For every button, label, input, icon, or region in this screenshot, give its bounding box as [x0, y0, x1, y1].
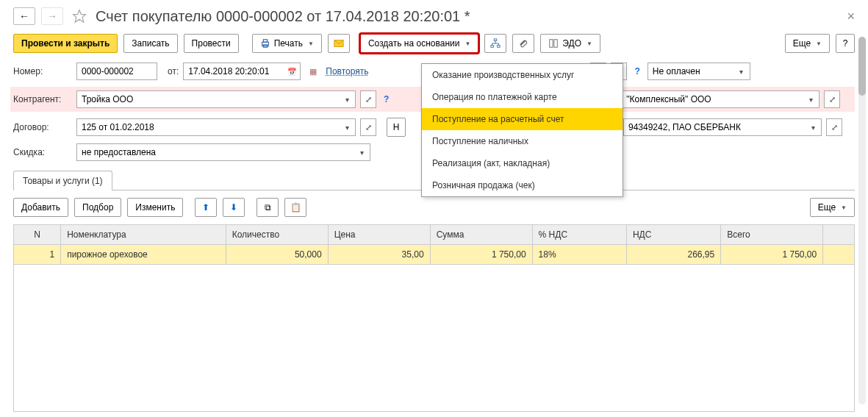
cell-sum[interactable]: 1 750,00 [430, 245, 532, 265]
discount-label: Скидка: [13, 147, 72, 157]
create-based-menu: Оказание производственных услуг Операция… [421, 63, 623, 197]
create-based-button[interactable]: Создать на основании▼ [360, 34, 478, 53]
bank-dd-icon[interactable]: ▾ [806, 120, 819, 135]
attach-button[interactable] [512, 34, 534, 53]
print-label: Печать [274, 38, 303, 49]
tab-goods-services[interactable]: Товары и услуги (1) [13, 171, 112, 190]
more-label: Еще [793, 38, 811, 49]
post-and-close-button[interactable]: Провести и закрыть [13, 34, 118, 53]
edo-icon [548, 38, 559, 49]
new-contract-button[interactable]: Н [387, 118, 406, 137]
number-label: Номер: [13, 66, 72, 76]
structure-button[interactable] [484, 34, 506, 53]
calendar-icon[interactable]: 📅 [285, 64, 298, 79]
items-table: N Номенклатура Количество Цена Сумма % Н… [13, 224, 855, 265]
discount-dd-icon[interactable]: ▾ [355, 145, 368, 160]
edo-label: ЭДО [562, 38, 581, 49]
col-qty[interactable]: Количество [226, 225, 328, 245]
date-label: от: [168, 66, 179, 76]
status-field[interactable]: ▾ [648, 63, 750, 80]
cell-vatpct[interactable]: 18% [532, 245, 626, 265]
svg-rect-7 [498, 46, 501, 48]
printer-icon [260, 38, 270, 49]
paste-button[interactable]: 📋 [284, 198, 306, 217]
cell-vat[interactable]: 266,95 [626, 245, 720, 265]
favorite-star-icon[interactable] [72, 9, 87, 24]
grid-more-button[interactable]: Еще▼ [810, 198, 855, 217]
col-vatpct[interactable]: % НДС [532, 225, 626, 245]
form-icon-button[interactable]: ▦ [305, 63, 321, 80]
menu-item-prod-services[interactable]: Оказание производственных услуг [422, 64, 623, 86]
cell-price[interactable]: 35,00 [328, 245, 430, 265]
post-button[interactable]: Провести [184, 34, 239, 53]
cell-qty[interactable]: 50,000 [226, 245, 328, 265]
move-up-button[interactable]: ⬆ [195, 198, 217, 217]
envelope-icon [334, 38, 344, 49]
copy-button[interactable]: ⧉ [257, 198, 279, 217]
table-row[interactable]: 1 пирожное ореховое 50,000 35,00 1 750,0… [14, 245, 855, 265]
svg-rect-9 [554, 40, 557, 48]
col-item[interactable]: Номенклатура [61, 225, 226, 245]
help-button[interactable]: ? [836, 34, 855, 53]
contract-label: Договор: [13, 122, 72, 132]
print-button[interactable]: Печать▼ [252, 34, 322, 53]
svg-rect-8 [550, 40, 553, 48]
contract-open-button[interactable]: ⤢ [360, 118, 376, 136]
svg-rect-2 [263, 40, 267, 43]
help-q1[interactable]: ? [631, 66, 642, 76]
svg-rect-5 [495, 39, 498, 41]
org-dd-icon[interactable]: ▾ [804, 92, 817, 107]
cell-n[interactable]: 1 [14, 245, 61, 265]
col-vat[interactable]: НДС [626, 225, 720, 245]
counterparty-label: Контрагент: [13, 94, 72, 104]
svg-rect-6 [491, 46, 494, 48]
contract-dd-icon[interactable]: ▾ [340, 120, 354, 135]
date-field[interactable]: 📅 [183, 63, 301, 80]
col-n[interactable]: N [14, 225, 61, 245]
nav-back-button[interactable]: ← [13, 7, 35, 25]
create-based-label: Создать на основании [368, 38, 460, 49]
page-title: Счет покупателю 0000-000002 от 17.04.201… [96, 8, 470, 25]
col-total[interactable]: Всего [721, 225, 823, 245]
menu-item-card-operation[interactable]: Операция по платежной карте [422, 86, 623, 108]
status-dd-icon[interactable]: ▾ [735, 64, 748, 79]
paperclip-icon [518, 38, 528, 49]
contract-field[interactable]: ▾ [76, 118, 356, 136]
org-field[interactable]: ▾ [621, 90, 819, 108]
edit-row-button[interactable]: Изменить [127, 198, 183, 217]
save-button[interactable]: Записать [123, 34, 177, 53]
cell-total[interactable]: 1 750,00 [721, 245, 823, 265]
counterparty-field[interactable]: ▾ [76, 90, 356, 108]
menu-item-retail-sale[interactable]: Розничная продажа (чек) [422, 174, 623, 196]
cp-dd-icon[interactable]: ▾ [340, 92, 354, 107]
edo-button[interactable]: ЭДО▼ [540, 34, 600, 53]
svg-marker-0 [73, 10, 86, 23]
col-price[interactable]: Цена [328, 225, 430, 245]
mail-button[interactable] [328, 34, 350, 53]
bank-open-button[interactable]: ⤢ [826, 118, 842, 136]
cell-item[interactable]: пирожное ореховое [61, 245, 226, 265]
cp-open-button[interactable]: ⤢ [360, 90, 376, 108]
menu-item-cash-receipt[interactable]: Поступление наличных [422, 130, 623, 152]
grid-empty-area [13, 265, 855, 412]
col-sum[interactable]: Сумма [430, 225, 532, 245]
add-row-button[interactable]: Добавить [13, 198, 68, 217]
help-q2[interactable]: ? [381, 94, 392, 104]
hierarchy-icon [490, 38, 501, 49]
number-field[interactable] [76, 63, 157, 80]
discount-field[interactable]: ▾ [76, 143, 370, 161]
repeat-link[interactable]: Повторять [326, 66, 368, 76]
close-icon[interactable]: × [847, 9, 855, 24]
menu-item-bank-receipt[interactable]: Поступление на расчетный счет [422, 108, 623, 130]
vertical-scrollbar[interactable] [858, 37, 866, 404]
nav-fwd-button[interactable]: → [41, 7, 63, 25]
menu-item-sales-invoice[interactable]: Реализация (акт, накладная) [422, 152, 623, 174]
org-open-button[interactable]: ⤢ [824, 90, 840, 108]
pick-button[interactable]: Подбор [74, 198, 121, 217]
more-button[interactable]: Еще▼ [785, 34, 830, 53]
move-down-button[interactable]: ⬇ [223, 198, 245, 217]
bank-field[interactable]: ▾ [623, 118, 822, 136]
